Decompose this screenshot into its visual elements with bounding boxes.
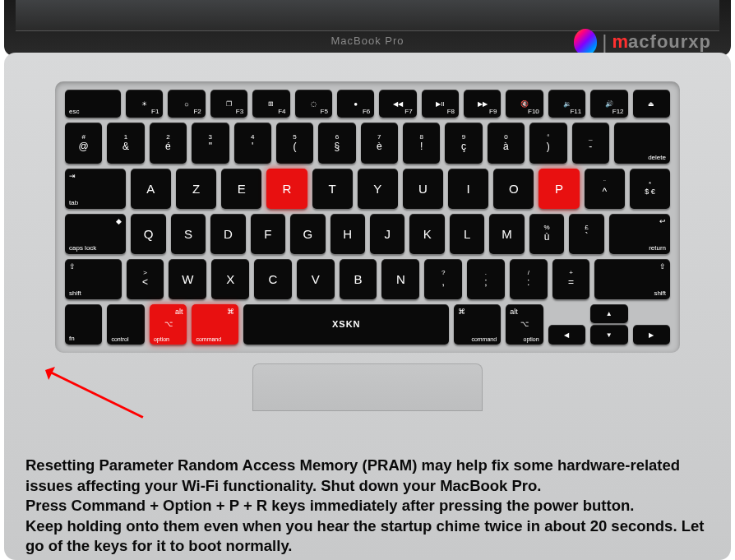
key-dollar[interactable]: *$ €	[630, 169, 670, 209]
key-f2[interactable]: ☼F2	[168, 90, 205, 118]
key-esc[interactable]: esc	[65, 90, 121, 118]
key-percent[interactable]: %ù	[529, 214, 564, 254]
key-fn[interactable]: fn	[65, 304, 102, 345]
keyboard: esc ☀F1 ☼F2 ❐F3 ⊞F4 ◌F5 ●F6 ◀◀F7 ▶IIF8 ▶…	[55, 81, 680, 353]
key-f10[interactable]: 🔇F10	[506, 90, 543, 118]
key-delete[interactable]: delete	[614, 123, 670, 163]
key-command-right[interactable]: ⌘command	[454, 304, 501, 345]
key-arrow-down[interactable]: ▼	[590, 325, 627, 345]
key-3[interactable]: 3"	[192, 123, 229, 163]
key-7[interactable]: 7è	[361, 123, 398, 163]
key-m[interactable]: M	[489, 214, 524, 254]
screen-edge	[16, 0, 719, 31]
key-at[interactable]: #@	[65, 123, 102, 163]
key-j[interactable]: J	[370, 214, 404, 254]
apple-icon	[574, 29, 597, 55]
key-o[interactable]: O	[493, 169, 534, 209]
key-h[interactable]: H	[331, 214, 365, 254]
key-2[interactable]: 2é	[150, 123, 187, 163]
key-capslock[interactable]: caps lock◆	[65, 214, 126, 254]
trackpad[interactable]	[252, 363, 483, 411]
key-angle[interactable]: ><	[127, 259, 164, 299]
key-eject[interactable]: ⏏	[633, 90, 670, 118]
key-1[interactable]: 1&	[107, 123, 144, 163]
key-tab[interactable]: ⇥tab	[65, 169, 126, 209]
key-option-left-highlighted[interactable]: alt⌥option	[150, 304, 187, 345]
key-f5[interactable]: ◌F5	[295, 90, 332, 118]
brand-text: macfourxp	[612, 31, 711, 53]
key-v[interactable]: V	[297, 259, 335, 299]
watermark-logo: | macfourxp	[574, 29, 711, 55]
key-semicolon[interactable]: .;	[467, 259, 505, 299]
key-return[interactable]: ↩return	[609, 214, 670, 254]
key-z[interactable]: Z	[176, 169, 216, 209]
key-0[interactable]: 0à	[488, 123, 525, 163]
laptop-lid: MacBook Pro | macfourxp	[4, 0, 731, 56]
key-comma[interactable]: ?,	[424, 259, 462, 299]
key-s[interactable]: S	[171, 214, 206, 254]
key-t[interactable]: T	[312, 169, 353, 209]
key-minus[interactable]: _-	[572, 123, 609, 163]
key-w[interactable]: W	[169, 259, 206, 299]
key-u[interactable]: U	[403, 169, 443, 209]
key-circumflex[interactable]: ¨^	[585, 169, 625, 209]
key-b[interactable]: B	[340, 259, 377, 299]
key-k[interactable]: K	[409, 214, 444, 254]
key-f9[interactable]: ▶▶F9	[464, 90, 501, 118]
key-e[interactable]: E	[221, 169, 261, 209]
key-pound[interactable]: £`	[569, 214, 603, 254]
instructions-text: Resetting Parameter Random Access Memory…	[25, 456, 714, 557]
key-5[interactable]: 5(	[276, 123, 313, 163]
key-f11[interactable]: 🔉F11	[548, 90, 585, 118]
key-l[interactable]: L	[450, 214, 484, 254]
key-r-highlighted[interactable]: R	[266, 169, 307, 209]
key-shift-right[interactable]: ⇧shift	[594, 259, 670, 299]
key-control[interactable]: control	[107, 304, 144, 345]
instruction-line-2: Press Command + Option + P + R keys imme…	[25, 497, 634, 514]
laptop-model-label: MacBook Pro	[331, 35, 404, 47]
key-x[interactable]: X	[211, 259, 249, 299]
key-f6[interactable]: ●F6	[337, 90, 374, 118]
laptop-body: esc ☀F1 ☼F2 ❐F3 ⊞F4 ◌F5 ●F6 ◀◀F7 ▶IIF8 ▶…	[4, 53, 731, 560]
annotation-arrow	[46, 369, 143, 419]
key-y[interactable]: Y	[358, 169, 398, 209]
key-f8[interactable]: ▶IIF8	[422, 90, 459, 118]
logo-divider: |	[602, 30, 607, 53]
key-paren[interactable]: °)	[529, 123, 566, 163]
key-g[interactable]: G	[290, 214, 325, 254]
key-f[interactable]: F	[251, 214, 285, 254]
key-8[interactable]: 8!	[403, 123, 440, 163]
key-arrow-right[interactable]: ▶	[633, 325, 670, 345]
instruction-line-3: Keep holding onto them even when you hea…	[25, 517, 704, 555]
key-option-right[interactable]: alt⌥option	[506, 304, 543, 345]
key-q[interactable]: Q	[131, 214, 165, 254]
key-4[interactable]: 4'	[234, 123, 271, 163]
key-shift-left[interactable]: ⇧shift	[65, 259, 122, 299]
key-d[interactable]: D	[210, 214, 245, 254]
key-arrow-left[interactable]: ◀	[548, 325, 585, 345]
key-f12[interactable]: 🔊F12	[590, 90, 627, 118]
key-arrow-up[interactable]: ▲	[590, 304, 627, 324]
key-equals[interactable]: +=	[552, 259, 590, 299]
key-6[interactable]: 6§	[318, 123, 355, 163]
key-command-left-highlighted[interactable]: ⌘command	[192, 304, 238, 345]
key-c[interactable]: C	[254, 259, 292, 299]
key-space[interactable]: XSKN	[243, 304, 449, 345]
key-a[interactable]: A	[131, 169, 171, 209]
key-colon[interactable]: /:	[510, 259, 548, 299]
key-i[interactable]: I	[448, 169, 488, 209]
key-f7[interactable]: ◀◀F7	[379, 90, 416, 118]
key-p-highlighted[interactable]: P	[539, 169, 579, 209]
key-f3[interactable]: ❐F3	[210, 90, 247, 118]
instruction-line-1: Resetting Parameter Random Access Memory…	[25, 456, 680, 494]
key-f1[interactable]: ☀F1	[126, 90, 163, 118]
key-f4[interactable]: ⊞F4	[252, 90, 289, 118]
key-9[interactable]: 9ç	[445, 123, 482, 163]
key-n[interactable]: N	[381, 259, 419, 299]
